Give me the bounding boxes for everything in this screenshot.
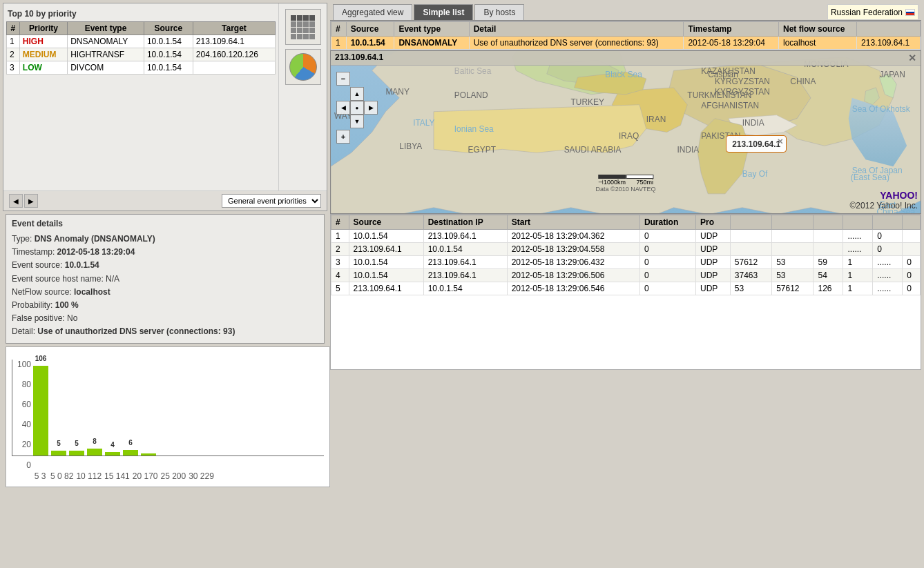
table-icon (291, 15, 315, 39)
net-col-f (903, 215, 921, 230)
svg-text:SAUDI ARABIA: SAUDI ARABIA (564, 145, 622, 155)
nav-empty (364, 87, 378, 101)
prob-label: Probability: (12, 300, 55, 310)
map-pan-down-button[interactable]: ▼ (350, 115, 364, 128)
map-controls: − ▲ ◀ ● ▶ ▼ + (336, 72, 378, 144)
cell-source: 213.109.64.1 (349, 243, 423, 256)
cell-source: 10.0.1.54 (144, 48, 193, 61)
network-row[interactable]: 3 10.0.1.54 213.109.64.1 2012-05-18 13:2… (331, 256, 921, 269)
table-row[interactable]: 3 LOW DIVCOM 10.0.1.54 (7, 61, 276, 75)
cell-dest: 10.0.1.54 (423, 282, 507, 295)
timestamp-value: 2012-05-18 13:29:04 (57, 247, 135, 257)
ti-cell (309, 34, 315, 39)
tab-simple-list[interactable]: Simple list (414, 4, 473, 20)
cell-c1: 57612 (730, 256, 771, 269)
cell-num: 2 (331, 243, 349, 256)
cell-num: 4 (331, 269, 349, 282)
svg-text:Sea Of Okhotsk: Sea Of Okhotsk (852, 104, 910, 114)
svg-text:MANY: MANY (385, 87, 409, 97)
svg-text:Black Sea: Black Sea (605, 70, 642, 79)
event-type-line: Type: DNS Anomaly (DNSANOMALY) (12, 233, 318, 246)
map-center-button[interactable]: ● (350, 101, 364, 115)
net-col-duration: Duration (639, 215, 695, 230)
tooltip-ip: 213.109.64.1 (732, 139, 780, 149)
list-col-netflow: Net flow source (778, 22, 856, 37)
svg-text:ITALY: ITALY (413, 118, 434, 128)
priority-dropdown[interactable]: General event priorities High priority o… (222, 194, 321, 208)
ti-cell (303, 21, 309, 27)
network-row[interactable]: 2 213.109.64.1 10.0.1.54 2012-05-18 13:2… (331, 243, 921, 256)
tab-aggregated[interactable]: Aggregated view (333, 4, 412, 20)
network-row[interactable]: 5 213.109.64.1 10.0.1.54 2012-05-18 13:2… (331, 282, 921, 295)
map-scale: ⊣1000km 750mi Data ©2010 NAVTEQ (595, 175, 655, 193)
fp-label: False positive: (12, 313, 67, 323)
network-row[interactable]: 4 10.0.1.54 213.109.64.1 2012-05-18 13:2… (331, 269, 921, 282)
cell-c4: ...... (843, 230, 873, 243)
map-pan-up-button[interactable]: ▲ (350, 87, 364, 101)
cell-num: 3 (7, 61, 20, 75)
svg-text:AFGHANISTAN: AFGHANISTAN (701, 101, 759, 110)
svg-text:TURKEY: TURKEY (571, 97, 604, 107)
nav-back-button[interactable]: ◀ (9, 194, 23, 208)
tabs-bar: Aggregated view Simple list By hosts Rus… (330, 3, 921, 21)
svg-text:IRAN: IRAN (646, 115, 666, 124)
cell-c6: 0 (903, 269, 921, 282)
cell-proto: UDP (695, 269, 730, 282)
net-col-e (873, 215, 903, 230)
cell-priority: MEDIUM (19, 48, 67, 61)
col-event-type: Event type (68, 22, 144, 35)
cell-start: 2012-05-18 13:29:06.546 (507, 282, 639, 295)
right-panel: Aggregated view Simple list By hosts Rus… (330, 3, 921, 214)
chart-view-button[interactable] (285, 49, 321, 85)
map-pan-left-button[interactable]: ◀ (336, 101, 350, 115)
cell-c2 (772, 230, 814, 243)
list-item[interactable]: 1 10.0.1.54 DNSANOMALY Use of unauthoriz… (331, 37, 921, 50)
chart-bar: 4 (105, 452, 120, 456)
list-col-timestamp: Timestamp (684, 22, 779, 37)
ti-cell (297, 28, 302, 33)
svg-text:Ionian Sea: Ionian Sea (454, 124, 494, 134)
cell-duration: 0 (639, 256, 695, 269)
cell-c4: 1 (843, 269, 873, 282)
top10-table: # Priority Event type Source Target 1 HI… (6, 21, 276, 75)
map-pan-right-button[interactable]: ▶ (364, 101, 378, 115)
top10-title: Top 10 by priority (6, 6, 276, 21)
cell-priority: LOW (19, 61, 67, 75)
cell-proto: UDP (695, 230, 730, 243)
ti-cell (309, 21, 315, 27)
ti-cell (291, 21, 296, 27)
cell-duration: 0 (639, 243, 695, 256)
list-table: # Source Event type Detail Timestamp Net… (331, 21, 921, 50)
cell-source: 10.0.1.54 (346, 37, 394, 50)
cell-source: 10.0.1.54 (144, 61, 193, 75)
chart-x-labels: 5 35 0 8210 11215 14120 17025 20030 229 (12, 471, 324, 481)
svg-text:LIBYA: LIBYA (399, 141, 422, 151)
tooltip-close-button[interactable]: ✕ (777, 137, 783, 146)
russia-flag-icon (905, 9, 915, 16)
col-source: Source (144, 22, 193, 35)
cell-type: DNSANOMALY (68, 35, 144, 48)
map-zoom-in-button[interactable]: + (336, 130, 350, 144)
detail-line: Detail: Use of unauthorized DNS server (… (12, 325, 318, 338)
cell-dest: 213.109.64.1 (423, 230, 507, 243)
ti-cell (303, 34, 309, 39)
hostname-value: N/A (106, 274, 119, 284)
map-zoom-out-button[interactable]: − (336, 72, 350, 86)
network-row[interactable]: 1 10.0.1.54 213.109.64.1 2012-05-18 13:2… (331, 230, 921, 243)
map-close-button[interactable]: ✕ (908, 52, 916, 63)
cell-priority: HIGH (19, 35, 67, 48)
cell-event-type: DNSANOMALY (394, 37, 469, 50)
probability-line: Probability: 100 % (12, 299, 318, 312)
netflow-line: NetFlow source: localhost (12, 286, 318, 299)
cell-num: 1 (331, 230, 349, 243)
table-row[interactable]: 2 MEDIUM HIGHTRANSF 10.0.1.54 204.160.12… (7, 48, 276, 61)
event-details-panel: Event details Type: DNS Anomaly (DNSANOM… (6, 214, 325, 344)
col-target: Target (193, 22, 275, 35)
cell-c3: 59 (814, 256, 843, 269)
table-view-button[interactable] (285, 9, 321, 45)
cell-c5: ...... (873, 269, 903, 282)
tab-by-hosts[interactable]: By hosts (474, 4, 524, 20)
pie-chart-icon (289, 53, 317, 81)
nav-forward-button[interactable]: ▶ (24, 194, 38, 208)
table-row[interactable]: 1 HIGH DNSANOMALY 10.0.1.54 213.109.64.1 (7, 35, 276, 48)
